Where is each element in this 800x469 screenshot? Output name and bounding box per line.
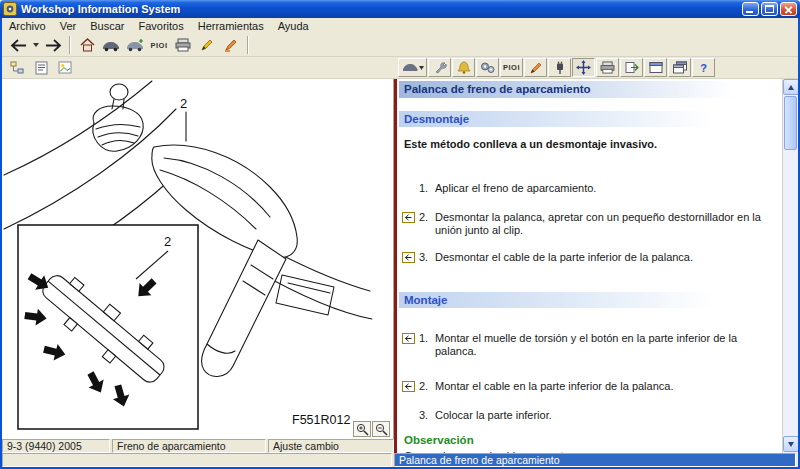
- figure-code: F551R012: [292, 413, 350, 427]
- console-line: [4, 81, 152, 175]
- body-style-button[interactable]: [398, 58, 427, 77]
- document-toolbar: PIOI ?: [394, 57, 798, 79]
- cascade-view-button[interactable]: [668, 58, 691, 77]
- document-list-button[interactable]: [30, 58, 52, 77]
- app-icon: [3, 2, 17, 16]
- car-body-icon: [402, 61, 424, 74]
- scroll-thumb[interactable]: [784, 96, 797, 150]
- menu-archivo[interactable]: Archivo: [2, 18, 53, 34]
- toolbar-separator: [247, 36, 249, 54]
- tools-button[interactable]: [428, 58, 451, 77]
- figure-callout-main: 2: [180, 96, 187, 111]
- menu-buscar[interactable]: Buscar: [83, 18, 131, 34]
- step-number: 2.: [419, 380, 435, 395]
- tree-icon: [10, 61, 24, 75]
- step-text: Aplicar el freno de aparcamiento.: [435, 182, 775, 197]
- menu-ver[interactable]: Ver: [53, 18, 84, 34]
- step-number: 1.: [419, 332, 435, 358]
- pencil-icon: [200, 38, 214, 52]
- notes-icon: [35, 61, 48, 75]
- export-button[interactable]: [620, 58, 643, 77]
- highlight-button[interactable]: [219, 35, 243, 56]
- connector-button[interactable]: [548, 58, 571, 77]
- figure-panel-toolbar: [2, 57, 394, 79]
- figure-link-icon[interactable]: [402, 380, 419, 395]
- scroll-up-button[interactable]: [783, 79, 799, 95]
- scroll-down-button[interactable]: [783, 436, 799, 452]
- home-icon: [80, 38, 95, 52]
- marker-icon: [224, 38, 238, 52]
- menu-favoritos[interactable]: Favoritos: [131, 18, 190, 34]
- menu-herramientas[interactable]: Herramientas: [191, 18, 271, 34]
- section-heading-montaje: Montaje: [399, 292, 781, 308]
- chevron-down-icon: [33, 43, 39, 47]
- edit-button[interactable]: [195, 35, 219, 56]
- figure-callout-inset: 2: [164, 234, 171, 249]
- window-icon: [649, 61, 663, 74]
- step-text: Colocar la parte inferior.: [435, 409, 775, 424]
- step-row: 3. Desmontar el cable de la parte inferi…: [402, 251, 781, 266]
- print-button[interactable]: [171, 35, 195, 56]
- bell-icon: [457, 61, 471, 75]
- minimize-button[interactable]: [742, 2, 759, 16]
- figure-view-button[interactable]: [54, 58, 76, 77]
- step-row: 1. Montar el muelle de torsión y el botó…: [402, 332, 781, 358]
- menubar: Archivo Ver Buscar Favoritos Herramienta…: [2, 18, 798, 34]
- step-row: 2. Montar el cable en la parte inferior …: [402, 380, 781, 395]
- notifications-button[interactable]: [452, 58, 475, 77]
- image-icon: [58, 61, 72, 74]
- step-text: Desmontar la palanca, apretar con un peq…: [435, 211, 775, 237]
- back-history-dropdown[interactable]: [30, 35, 41, 56]
- step-number: 3.: [419, 409, 435, 424]
- window-view-button[interactable]: [644, 58, 667, 77]
- cascade-icon: [673, 61, 687, 74]
- print-doc-button[interactable]: [596, 58, 619, 77]
- status-section: Ajuste cambio: [268, 439, 394, 453]
- back-button[interactable]: [6, 35, 30, 56]
- armrest: [276, 275, 334, 315]
- zoom-in-icon: [356, 423, 369, 436]
- step-text: Montar el muelle de torsión y el botón e…: [435, 332, 775, 358]
- gear-knob: [110, 84, 128, 100]
- menu-ayuda[interactable]: Ayuda: [271, 18, 316, 34]
- structure-view-button[interactable]: [6, 58, 28, 77]
- document-pane: Palanca de freno de aparcamiento Desmont…: [394, 79, 782, 453]
- step-text: Montar el cable en la parte inferior de …: [435, 380, 775, 395]
- pioi-doc-button[interactable]: PIOI: [500, 58, 523, 77]
- maximize-button[interactable]: [761, 2, 778, 16]
- step-number: 3.: [419, 251, 435, 266]
- plug-icon: [553, 61, 567, 75]
- home-button[interactable]: [75, 35, 99, 56]
- vehicle-button[interactable]: [99, 35, 123, 56]
- figure-link-icon[interactable]: [402, 251, 419, 266]
- zoom-in-button[interactable]: [353, 421, 371, 437]
- gear-boot: [93, 106, 143, 151]
- main-toolbar: PIOI: [2, 34, 798, 57]
- forward-button[interactable]: [41, 35, 65, 56]
- step-row: 3. Colocar la parte inferior.: [402, 409, 781, 424]
- step-row: 2. Desmontar la palanca, apretar con un …: [402, 211, 781, 237]
- document-scrollbar[interactable]: [782, 79, 798, 453]
- figure-link-icon[interactable]: [402, 332, 419, 358]
- vehicle-data-button[interactable]: [123, 35, 147, 56]
- status-vehicle: 9-3 (9440) 2005: [2, 439, 110, 453]
- pioi-button[interactable]: PIOI: [147, 35, 171, 56]
- arrow-up-icon: [788, 85, 794, 90]
- zoom-out-icon: [375, 423, 388, 436]
- zoom-out-button[interactable]: [372, 421, 390, 437]
- figure-link-icon[interactable]: [402, 211, 419, 237]
- settings-button[interactable]: [476, 58, 499, 77]
- printer-icon: [175, 38, 191, 52]
- printer-icon: [600, 61, 615, 74]
- pan-tool-button[interactable]: [572, 58, 595, 77]
- document-title: Palanca de freno de aparcamiento: [399, 81, 781, 98]
- close-button[interactable]: [780, 2, 797, 16]
- status-empty-cell: [2, 453, 392, 467]
- parking-brake-figure: 2 2 F551R012: [2, 79, 392, 439]
- step-number: 1.: [419, 182, 435, 197]
- section-heading-observacion: Observación: [404, 434, 781, 446]
- help-button[interactable]: ?: [692, 58, 715, 77]
- annotate-button[interactable]: [524, 58, 547, 77]
- arrow-down-icon: [788, 442, 794, 447]
- export-icon: [625, 61, 639, 74]
